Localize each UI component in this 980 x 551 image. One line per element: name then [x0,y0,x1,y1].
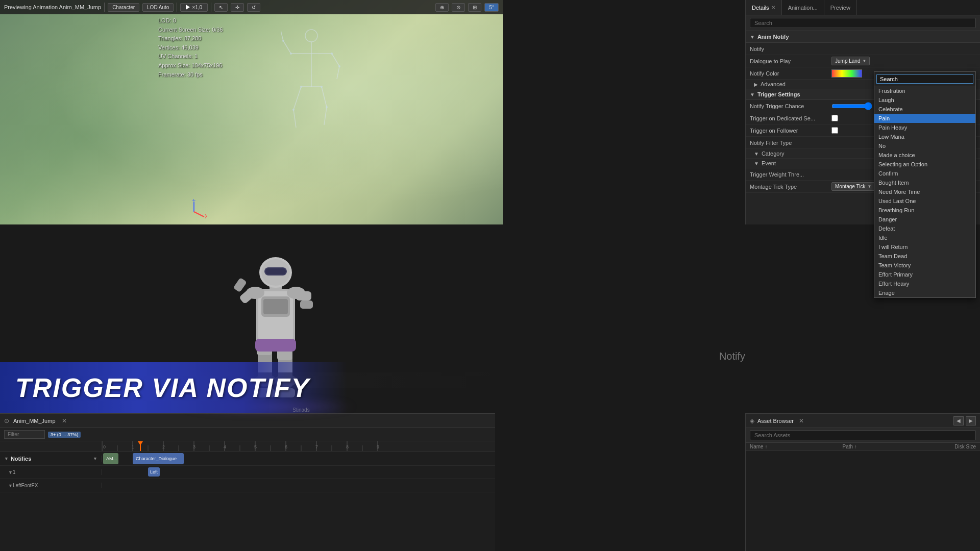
notifies-add-arrow[interactable]: ▼ [93,456,97,461]
play-icon [186,5,190,10]
left-notify-chip[interactable]: Left [148,467,160,477]
notifies-header-row: ▼ Notifies ▼ AM... Character_Dialogue [0,452,495,466]
dropdown-item-pain-heavy[interactable]: Pain Heavy [874,123,975,132]
svg-point-45 [246,287,264,299]
asset-columns: Name ↑ Path ↑ Disk Size [746,443,980,451]
panel-search-input[interactable] [750,18,976,28]
big-title-text: TRIGGER VIA NOTIFY [15,372,310,403]
anim-notify-section[interactable]: ▼ Anim Notify [746,31,980,43]
svg-line-4 [283,41,291,54]
col-size-header: Disk Size [935,444,976,449]
icon-btn-4[interactable]: 5° [484,3,499,12]
asset-browser-close[interactable]: ✕ [799,417,804,424]
move-button[interactable]: ✛ [231,3,244,12]
rotate-button[interactable]: ↺ [247,3,260,12]
track-1-timeline: Left [102,466,495,479]
play-button[interactable]: ×1,0 [180,3,208,12]
svg-point-15 [300,86,302,88]
axis-gizmo: Z X [181,199,207,227]
asset-browser-icon: ◈ [750,417,754,424]
asset-search-input[interactable] [750,430,976,440]
dropdown-item-confirm[interactable]: Confirm [874,169,975,178]
svg-point-46 [287,287,305,299]
svg-text:1: 1 [132,444,134,449]
dropdown-item-danger[interactable]: Danger [874,215,975,224]
track-counter: 3+ (0 ... 37%) [48,432,81,438]
dropdown-search-input[interactable] [876,74,973,84]
lod-auto-button[interactable]: LOD Auto [142,3,174,12]
tab-preview[interactable]: Preview [824,0,857,15]
track-2-arrow[interactable]: ▼ [8,483,13,488]
icon-btn-3[interactable]: ⊞ [468,3,481,12]
svg-point-0 [305,30,317,42]
advanced-label: Advanced [761,81,786,87]
dropdown-search-area [874,72,975,86]
svg-text:Z: Z [192,199,195,202]
montage-tick-label: Montage Tick Type [750,184,831,190]
anim-toolbar: 3+ (0 ... 37%) [0,428,495,441]
dropdown-item-made-choice[interactable]: Made a choice [874,151,975,160]
asset-search-area [746,428,980,443]
asset-nav-back[interactable]: ◀ [953,416,964,425]
notifies-expand-arrow[interactable]: ▼ [4,456,9,461]
color-picker[interactable] [831,69,862,78]
tab-details-close[interactable]: ✕ [771,5,775,10]
track-2-row: ▼ LeftFootFX [0,479,495,492]
dropdown-item-low-mana[interactable]: Low Mana [874,132,975,141]
tab-animation[interactable]: Animation... [782,0,824,15]
dropdown-item-team-victory[interactable]: Team Victory [874,261,975,270]
icon-btn-1[interactable]: ⊕ [435,3,449,12]
dropdown-item-effort-heavy[interactable]: Effort Heavy [874,279,975,288]
dropdown-item-breathing[interactable]: Breathing Run [874,206,975,215]
dropdown-item-selecting[interactable]: Selecting an Option [874,160,975,169]
tab-details[interactable]: Details ✕ [746,0,782,15]
tab-animation-label: Animation... [788,5,818,11]
dropdown-item-celebrate[interactable]: Celebrate [874,105,975,114]
svg-point-16 [321,86,323,88]
timeline-ruler-row: 0 1 2 3 4 5 6 7 [0,441,495,452]
character-button[interactable]: Character [108,3,139,12]
asset-nav-forward[interactable]: ▶ [966,416,976,425]
notify-chip-dialogue[interactable]: Character_Dialogue [133,453,184,464]
tab-details-label: Details [752,5,769,11]
dropdown-chevron: ▼ [862,59,866,63]
dropdown-item-pain[interactable]: Pain [874,114,975,123]
dropdown-item-idle[interactable]: Idle [874,233,975,242]
trigger-follower-checkbox[interactable] [831,127,838,134]
dropdown-item-used-last[interactable]: Used Last One [874,196,975,206]
montage-tick-dropdown[interactable]: Montage Tick ▼ [831,182,875,191]
dropdown-item-team-dead[interactable]: Team Dead [874,252,975,261]
dropdown-item-frustration[interactable]: Frustration [874,86,975,95]
notify-color-label: Notify Color [750,70,831,77]
top-toolbar: Previewing Animation Anim_MM_Jump Charac… [0,0,503,14]
anim-panel-close[interactable]: ✕ [62,417,67,424]
track-1-arrow[interactable]: ▼ [8,470,13,475]
dropdown-item-laugh[interactable]: Laugh [874,95,975,105]
svg-rect-33 [263,299,288,314]
dropdown-item-bought[interactable]: Bought Item [874,178,975,187]
svg-point-14 [331,53,333,55]
dropdown-item-return[interactable]: I will Return [874,242,975,252]
dropdown-item-enage[interactable]: Enage [874,288,975,297]
dropdown-item-no[interactable]: No [874,141,975,151]
dropdown-item-effort-primary[interactable]: Effort Primary [874,270,975,279]
anim-panel-icon: ⊙ [4,417,9,424]
trigger-weight-label: Trigger Weight Thre... [750,171,831,178]
svg-text:4: 4 [224,444,226,449]
trigger-chance-slider[interactable] [831,102,872,110]
chip-dialogue-label: Character_Dialogue [136,456,177,461]
notify-chip-am[interactable]: AM... [103,453,118,464]
anim-panel-title: Anim_MM_Jump [13,418,56,424]
play-speed: ×1,0 [192,5,202,10]
notifies-label: Notifies [11,456,31,462]
svg-rect-37 [233,278,247,293]
framerate-info: Framerate: 30 fps [158,70,223,80]
dropdown-item-defeat[interactable]: Defeat [874,224,975,233]
dialogue-dropdown[interactable]: Jump Land ▼ [831,57,870,65]
notify-filter-label: Notify Filter Type [750,140,831,146]
dropdown-item-need-time[interactable]: Need More Time [874,187,975,196]
arrow-button[interactable]: ↖ [214,3,228,12]
anim-filter-input[interactable] [4,430,45,439]
icon-btn-2[interactable]: ⊙ [452,3,465,12]
trigger-dedicated-checkbox[interactable] [831,115,838,121]
